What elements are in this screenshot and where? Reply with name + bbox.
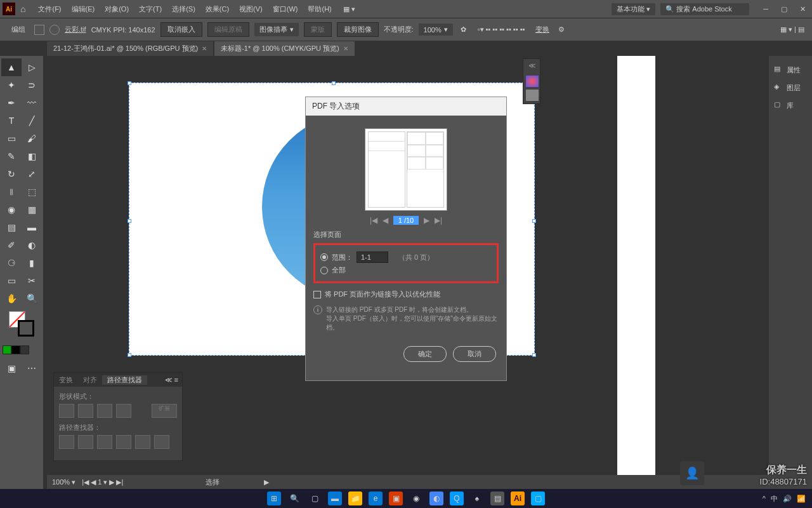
range-input[interactable] <box>357 251 388 263</box>
shaper-tool[interactable]: ✎ <box>1 147 22 165</box>
close-button[interactable]: ✕ <box>796 4 809 15</box>
layout-icon[interactable]: ▦ ▾ <box>343 5 355 13</box>
doc-tab-1[interactable]: 21-12-王鸿伟-01.ai* @ 150% (RGB/GPU 预览)✕ <box>47 41 213 56</box>
task-view-icon[interactable]: ▢ <box>308 491 322 505</box>
unite-button[interactable] <box>59 404 74 418</box>
menu-file[interactable]: 文件(F) <box>33 4 66 14</box>
chrome-icon[interactable]: ◉ <box>409 491 423 505</box>
eyedropper-tool[interactable]: ✐ <box>1 236 22 254</box>
close-icon[interactable]: ✕ <box>343 45 348 52</box>
pathfinder-tab[interactable]: 路径查找器 <box>102 375 147 385</box>
type-tool[interactable]: T <box>1 112 22 130</box>
crop-image-button[interactable]: 裁剪图像 <box>337 22 379 37</box>
fill-stroke-indicator[interactable] <box>9 311 34 337</box>
range-radio[interactable] <box>320 253 328 261</box>
intersect-button[interactable] <box>97 404 112 418</box>
symbol-sprayer-tool[interactable]: ⚆ <box>1 254 22 272</box>
all-radio[interactable] <box>320 267 328 274</box>
home-icon[interactable]: ⌂ <box>20 4 25 14</box>
ok-button[interactable]: 确定 <box>403 346 447 362</box>
app-icon-5[interactable]: ▢ <box>531 491 545 505</box>
app-icon-3[interactable]: ♠ <box>470 491 484 505</box>
free-transform-tool[interactable]: ⬚ <box>22 183 42 201</box>
maximize-button[interactable]: ▢ <box>777 4 791 15</box>
graph-tool[interactable]: ▮ <box>22 254 42 272</box>
align-group[interactable]: ▫▾ ▪▪ ▪▪ ▪▪ ▪▪ ▪▪ ▪▪ <box>478 25 525 34</box>
floating-color-panel[interactable]: ≪ <box>523 58 540 104</box>
embed-icon[interactable] <box>34 25 44 35</box>
image-trace-dropdown[interactable]: 图像描摹 ▾ <box>254 23 299 36</box>
first-page-icon[interactable]: |◀ <box>370 216 377 225</box>
outline-button[interactable] <box>135 435 150 449</box>
rotate-tool[interactable]: ↻ <box>1 165 22 183</box>
zoom-level[interactable]: 100% ▾ <box>52 478 75 486</box>
workspace-dropdown[interactable]: 基本功能 ▾ <box>612 3 655 15</box>
panel-toggle-icons[interactable]: ▦ ▾ | ▤ <box>780 25 804 34</box>
widgets-icon[interactable]: ▬ <box>328 491 342 505</box>
align-tab[interactable]: 对齐 <box>78 375 102 385</box>
illustrator-taskbar-icon[interactable]: Ai <box>511 491 525 505</box>
transform-tab[interactable]: 变换 <box>54 375 78 385</box>
rectangle-tool[interactable]: ▭ <box>1 130 22 147</box>
transform-link[interactable]: 变换 <box>535 25 549 34</box>
page-number-input[interactable] <box>393 216 419 225</box>
libraries-panel-tab[interactable]: ▢库 <box>769 97 812 114</box>
shape-builder-tool[interactable]: ◉ <box>1 201 22 218</box>
app-icon[interactable]: ▣ <box>389 491 403 505</box>
explorer-icon[interactable]: 📁 <box>348 491 362 505</box>
app-icon-4[interactable]: ▤ <box>490 491 504 505</box>
curvature-tool[interactable]: 〰 <box>22 94 42 112</box>
panel-menu-icon[interactable]: ≪ ≡ <box>161 376 182 384</box>
minimize-button[interactable]: ─ <box>759 4 772 15</box>
close-icon[interactable]: ✕ <box>202 45 207 52</box>
start-button[interactable]: ⊞ <box>267 491 281 505</box>
perspective-tool[interactable]: ▦ <box>22 201 42 218</box>
stock-search[interactable]: 🔍 搜索 Adobe Stock <box>660 3 749 15</box>
menu-edit[interactable]: 编辑(E) <box>67 4 100 14</box>
direct-selection-tool[interactable]: ▷ <box>22 58 42 76</box>
screen-mode[interactable]: ▣ <box>1 359 22 377</box>
menu-window[interactable]: 窗口(W) <box>268 4 303 14</box>
merge-button[interactable] <box>97 435 112 449</box>
zoom-tool[interactable]: 🔍 <box>22 290 42 307</box>
lasso-tool[interactable]: ⊃ <box>22 76 42 94</box>
crop-button[interactable] <box>116 435 131 449</box>
opacity-input[interactable]: 100% ▾ <box>419 23 453 36</box>
last-page-icon[interactable]: ▶| <box>435 216 442 225</box>
prev-page-icon[interactable]: ◀ <box>383 216 388 225</box>
properties-panel-tab[interactable]: ▤属性 <box>769 61 812 79</box>
gradient-tool[interactable]: ▬ <box>22 218 42 236</box>
linked-filename[interactable]: 云彩.tif <box>65 25 86 34</box>
scale-tool[interactable]: ⤢ <box>22 165 42 183</box>
edge-icon[interactable]: e <box>369 491 383 505</box>
hand-tool[interactable]: ✋ <box>1 290 22 307</box>
system-tray[interactable]: ^中🔊📶 <box>763 494 806 504</box>
doc-tab-2[interactable]: 未标题-1* @ 100% (CMYK/GPU 预览)✕ <box>214 41 355 56</box>
app-icon-2[interactable]: ◐ <box>429 491 443 505</box>
target-icon[interactable] <box>49 25 60 35</box>
paintbrush-tool[interactable]: 🖌 <box>22 130 42 147</box>
menu-object[interactable]: 对象(O) <box>100 4 134 14</box>
edit-toolbar[interactable]: ⋯ <box>22 359 42 377</box>
menu-type[interactable]: 文字(T) <box>134 4 167 14</box>
qq-icon[interactable]: Q <box>450 491 464 505</box>
width-tool[interactable]: ⫴ <box>1 183 22 201</box>
pen-tool[interactable]: ✒ <box>1 94 22 112</box>
cancel-button[interactable]: 取消 <box>453 346 496 362</box>
menu-select[interactable]: 选择(S) <box>167 4 200 14</box>
trim-button[interactable] <box>78 435 93 449</box>
link-checkbox[interactable] <box>313 291 321 298</box>
exclude-button[interactable] <box>116 404 131 418</box>
blend-tool[interactable]: ◐ <box>22 236 42 254</box>
menu-view[interactable]: 视图(V) <box>234 4 268 14</box>
divide-button[interactable] <box>59 435 74 449</box>
next-page-icon[interactable]: ▶ <box>424 216 429 225</box>
eraser-tool[interactable]: ◧ <box>22 147 42 165</box>
magic-wand-tool[interactable]: ✦ <box>1 76 22 94</box>
status-play-icon[interactable]: ▶ <box>264 478 269 486</box>
line-tool[interactable]: ╱ <box>22 112 42 130</box>
selection-tool[interactable]: ▲ <box>1 58 22 76</box>
minus-front-button[interactable] <box>78 404 93 418</box>
search-icon[interactable]: 🔍 <box>287 491 301 505</box>
artboard-tool[interactable]: ▭ <box>1 272 22 290</box>
